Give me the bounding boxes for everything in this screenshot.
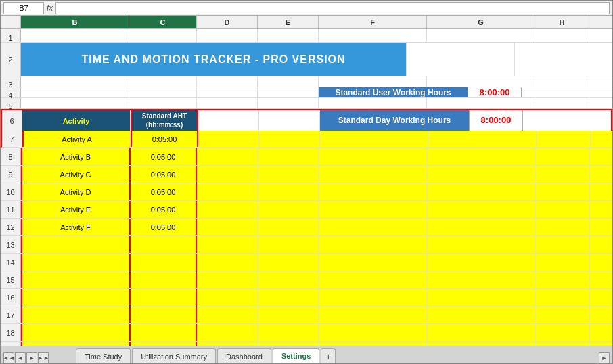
cell-c10[interactable]: 0:05:00 [129, 183, 197, 200]
cell-c11[interactable]: 0:05:00 [129, 201, 197, 218]
cell-g8[interactable] [427, 148, 535, 165]
cell-g17[interactable] [427, 306, 535, 323]
cell-c17[interactable] [129, 306, 197, 323]
tab-nav-last[interactable]: ►► [38, 352, 49, 363]
col-header-c[interactable]: C [129, 16, 197, 28]
cell-g13[interactable] [427, 236, 535, 253]
day-working-hours-label[interactable]: Standard Day Working Hours [320, 110, 469, 131]
cell-e3[interactable] [258, 76, 319, 87]
cell-d6[interactable] [198, 110, 259, 131]
cell-f5[interactable] [319, 98, 427, 108]
tab-nav-left[interactable]: ◄ [15, 352, 26, 363]
cell-f18[interactable] [319, 324, 427, 341]
cell-b15[interactable] [21, 271, 129, 288]
cell-d10[interactable] [197, 183, 258, 200]
cell-b11[interactable]: Activity E [21, 201, 129, 218]
col-header-h[interactable]: H [535, 16, 589, 28]
cell-g16[interactable] [427, 289, 535, 306]
cell-e10[interactable] [258, 183, 319, 200]
cell-f17[interactable] [319, 306, 427, 323]
cell-f7[interactable] [320, 131, 428, 147]
cell-e8[interactable] [258, 148, 319, 165]
cell-f10[interactable] [319, 183, 427, 200]
cell-c1[interactable] [129, 29, 197, 42]
cell-b4[interactable] [21, 87, 129, 97]
cell-g15[interactable] [427, 271, 535, 288]
cell-b1[interactable] [21, 29, 129, 42]
col-header-d[interactable]: D [197, 16, 258, 28]
cell-d11[interactable] [197, 201, 258, 218]
cell-d3[interactable] [197, 76, 258, 87]
cell-e17[interactable] [258, 306, 319, 323]
cell-b13[interactable] [21, 236, 129, 253]
cell-d17[interactable] [197, 306, 258, 323]
cell-c5[interactable] [129, 98, 197, 108]
cell-b7[interactable]: Activity A [22, 131, 131, 147]
cell-c4[interactable] [129, 87, 197, 97]
cell-h8[interactable] [535, 148, 589, 165]
cell-d12[interactable] [197, 219, 258, 235]
cell-f15[interactable] [319, 271, 427, 288]
cell-b16[interactable] [21, 289, 129, 306]
col-header-e[interactable]: E [258, 16, 319, 28]
cell-g3[interactable] [427, 76, 535, 87]
cell-e1[interactable] [258, 29, 319, 42]
title-cell[interactable]: TIME AND MOTION TRACKER - PRO VERSION [21, 43, 407, 76]
cell-g9[interactable] [427, 166, 535, 183]
cell-c9[interactable]: 0:05:00 [129, 166, 197, 183]
cell-e12[interactable] [258, 219, 319, 235]
cell-c12[interactable]: 0:05:00 [129, 219, 197, 235]
cell-g7[interactable] [428, 131, 537, 147]
cell-h1[interactable] [535, 29, 589, 42]
cell-c3[interactable] [129, 76, 197, 87]
cell-d9[interactable] [197, 166, 258, 183]
cell-b8[interactable]: Activity B [21, 148, 129, 165]
cell-d16[interactable] [197, 289, 258, 306]
cell-h12[interactable] [535, 219, 589, 235]
cell-b5[interactable] [21, 98, 129, 108]
cell-g11[interactable] [427, 201, 535, 218]
cell-h5[interactable] [535, 98, 589, 108]
col-header-f[interactable]: F [319, 16, 427, 28]
cell-g2[interactable] [515, 43, 612, 76]
cell-c7[interactable]: 0:05:00 [131, 131, 198, 147]
col-header-g[interactable]: G [427, 16, 535, 28]
cell-d8[interactable] [197, 148, 258, 165]
cell-e4[interactable] [258, 87, 319, 97]
cell-f8[interactable] [319, 148, 427, 165]
cell-c14[interactable] [129, 254, 197, 271]
cell-f16[interactable] [319, 289, 427, 306]
cell-e16[interactable] [258, 289, 319, 306]
cell-b14[interactable] [21, 254, 129, 271]
cell-e13[interactable] [258, 236, 319, 253]
tab-nav-first[interactable]: ◄◄ [3, 352, 14, 363]
cell-d4[interactable] [197, 87, 258, 97]
cell-h15[interactable] [535, 271, 589, 288]
aht-col-header[interactable]: Standard AHT (hh:mm:ss) [131, 110, 198, 131]
cell-h3[interactable] [535, 76, 589, 87]
cell-c16[interactable] [129, 289, 197, 306]
user-working-hours-label[interactable]: Standard User Working Hours [319, 87, 468, 97]
cell-b12[interactable]: Activity F [21, 219, 129, 235]
cell-h14[interactable] [535, 254, 589, 271]
cell-f3[interactable] [319, 76, 427, 87]
cell-f14[interactable] [319, 254, 427, 271]
tab-nav-right[interactable]: ► [26, 352, 37, 363]
cell-f13[interactable] [319, 236, 427, 253]
cell-h7[interactable] [537, 131, 591, 147]
cell-h17[interactable] [535, 306, 589, 323]
cell-c18[interactable] [129, 324, 197, 341]
cell-g18[interactable] [427, 324, 535, 341]
tab-settings[interactable]: Settings [273, 348, 319, 363]
formula-bar-input[interactable] [55, 2, 610, 14]
cell-d14[interactable] [197, 254, 258, 271]
cell-f1[interactable] [319, 29, 427, 42]
cell-h10[interactable] [535, 183, 589, 200]
cell-f4[interactable]: Standard User Working Hours 8:00:00 [319, 87, 555, 97]
cell-c8[interactable]: 0:05:00 [129, 148, 197, 165]
cell-h9[interactable] [535, 166, 589, 183]
tab-time-study[interactable]: Time Study [76, 348, 131, 363]
cell-b10[interactable]: Activity D [21, 183, 129, 200]
cell-b3[interactable] [21, 76, 129, 87]
cell-e5[interactable] [258, 98, 319, 108]
